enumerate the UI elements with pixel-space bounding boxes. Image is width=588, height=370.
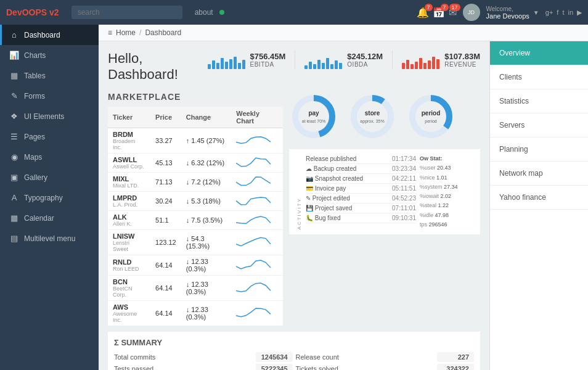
ow-stat-item: tps 296546 (420, 220, 475, 229)
linkedin-icon[interactable]: in (568, 9, 573, 17)
donut-store-svg: store approx. 35% (348, 92, 397, 141)
sidebar-item-ui-elements[interactable]: ❖ UI Elements (0, 106, 99, 126)
charts-icon: 📊 (9, 51, 19, 60)
sidebar-item-dashboard[interactable]: ⌂ Dashboard (0, 25, 99, 45)
chart-cell (231, 230, 283, 255)
table-row: BRDM Broadem Inc. 33.27 ↑ 1.45 (27%) (108, 128, 283, 154)
sidebar-item-typography[interactable]: A Typography (0, 187, 99, 208)
summary-label: Release count (296, 353, 339, 361)
ticker-cell: MIXL Mixal LTD. (108, 173, 150, 192)
right-data-area: pay at least 70% store approx (289, 92, 480, 326)
right-panel-item-clients[interactable]: Clients (490, 65, 588, 89)
right-panel-item-statistics[interactable]: Statistics (490, 89, 588, 113)
home-link[interactable]: Home (116, 28, 136, 37)
right-panel-item-servers[interactable]: Servers (490, 113, 588, 138)
sparkline-svg (236, 156, 273, 168)
svg-text:period: period (422, 110, 441, 117)
sidebar-item-pages[interactable]: ☰ Pages (0, 126, 99, 147)
sidebar-item-maps[interactable]: ◉ Maps (0, 147, 99, 167)
sidebar-item-calendar[interactable]: ▦ Calendar (0, 208, 99, 228)
ticker-cell: BCN BeetCN Corp. (108, 276, 150, 301)
col-ticker: Ticker (108, 107, 150, 128)
svg-text:pay: pay (308, 110, 319, 117)
sidebar-item-forms[interactable]: ✎ Forms (0, 86, 99, 106)
price-cell: 30.24 (150, 192, 181, 211)
right-panel-item-network-map[interactable]: Network map (490, 162, 588, 186)
change-cell: ↓ 12.33 (0.3%) (181, 301, 232, 326)
ow-stats-title: Ow Stat: (420, 154, 475, 163)
right-panel-item-planning[interactable]: Planning (490, 138, 588, 162)
user-welcome: Welcome, (486, 6, 529, 12)
marketplace-table: Ticker Price Change Weekly Chart BRDM Br… (108, 107, 283, 326)
activity-text: 💾 Project saved (306, 205, 352, 212)
ow-stat-label: %nice (420, 175, 435, 181)
activity-time: 05:11:51 (392, 185, 416, 192)
ticker-cell: BRDM Broadem Inc. (108, 128, 150, 154)
activity-time: 07:11:01 (392, 205, 416, 212)
table-row: LMPRD L.A. Prod. 30.24 ↓ 5.3 (18%) (108, 192, 283, 211)
ticker-cell: LNISW Lenstri Sweet (108, 230, 150, 255)
ow-stat-label: %user (420, 165, 436, 171)
kpi-oibda-bars (304, 51, 342, 69)
ow-stat-item: %system 27.34 (420, 183, 475, 192)
sidebar-label-typography: Typography (24, 194, 63, 202)
kpi-revenue-info: $107.83M REVENUE (444, 52, 480, 68)
change-cell: ↓ 7.2 (12%) (181, 173, 232, 192)
sparkline-svg (236, 306, 273, 319)
page-header: Hello, Dashboard! (108, 51, 480, 83)
gplus-icon[interactable]: g+ (545, 9, 553, 17)
youtube-icon[interactable]: ▶ (577, 9, 582, 17)
kpi-ebitda-info: $756.45M EBITDA (250, 52, 286, 68)
svg-point-4 (354, 98, 391, 135)
activity-text: 💳 Invoice pay (306, 185, 346, 192)
price-cell: 64.14 (150, 255, 181, 276)
sidebar-item-charts[interactable]: 📊 Charts (0, 45, 99, 65)
right-panel-item-overview[interactable]: Overview (490, 41, 588, 65)
about-link[interactable]: about (195, 8, 213, 17)
ow-stat-value: 27.34 (444, 184, 458, 190)
sparkline-svg (236, 281, 273, 294)
mail-icon[interactable]: ✉17 (449, 7, 457, 18)
sidebar-item-tables[interactable]: ▦ Tables (0, 65, 99, 86)
summary-value: 1245634 (256, 352, 293, 362)
sidebar-item-multilevel[interactable]: ▤ Multilevel menu (0, 228, 99, 249)
kpi-revenue-value: $107.83M (444, 52, 480, 61)
donut-pay: pay at least 70% (289, 92, 338, 143)
tables-icon: ▦ (9, 71, 19, 80)
chart-cell (231, 154, 283, 173)
search-input[interactable] (71, 6, 182, 19)
ow-stat-value: 1.01 (436, 175, 447, 181)
user-menu[interactable]: Welcome, Jane Devoops ▼ (486, 6, 539, 20)
username: Jane Devoops (486, 12, 529, 20)
ow-stat-label: %system (420, 184, 443, 190)
right-panel-item-yahoo-finance[interactable]: Yahoo finance (490, 186, 588, 210)
kpi-ebitda-bars (208, 51, 245, 69)
sparkline-svg (236, 258, 273, 271)
activity-time: 01:17:34 (392, 155, 416, 162)
summary-label: Tests passed (114, 365, 153, 370)
sparkline-svg (236, 175, 273, 187)
ticker-cell: RNLD Ron LEED (108, 255, 150, 276)
layout: ⌂ Dashboard 📊 Charts ▦ Tables ✎ Forms ❖ … (0, 25, 588, 370)
table-row: ALK Allen K. 51.1 ↓ 7.5 (3.5%) (108, 211, 283, 230)
summary-row: Tickets solved324322 (296, 364, 475, 370)
price-cell: 33.27 (150, 128, 181, 154)
change-cell: ↓ 7.5 (3.5%) (181, 211, 232, 230)
facebook-icon[interactable]: f (557, 9, 558, 17)
hamburger-icon[interactable]: ≡ (108, 28, 112, 37)
kpi-oibda-label: OIBDA (347, 61, 383, 68)
ow-stat-item: %nice 1.01 (420, 173, 475, 183)
ow-stat-item: %user 20.43 (420, 163, 475, 173)
kpi-revenue-bars (402, 51, 439, 69)
mail-badge: 17 (449, 4, 460, 11)
calendar-icon[interactable]: 📅7 (433, 7, 445, 18)
twitter-icon[interactable]: t (562, 9, 564, 17)
sidebar: ⌂ Dashboard 📊 Charts ▦ Tables ✎ Forms ❖ … (0, 25, 99, 370)
sidebar-item-gallery[interactable]: ▣ Gallery (0, 167, 99, 187)
summary-value: 227 (437, 352, 474, 362)
activity-text: Release published (306, 155, 356, 162)
summary-grid: Total commits1245634Tests passed5222345A… (114, 352, 474, 370)
bell-icon[interactable]: 🔔7 (417, 7, 429, 18)
maps-icon: ◉ (9, 152, 19, 162)
status-indicator (219, 10, 224, 15)
